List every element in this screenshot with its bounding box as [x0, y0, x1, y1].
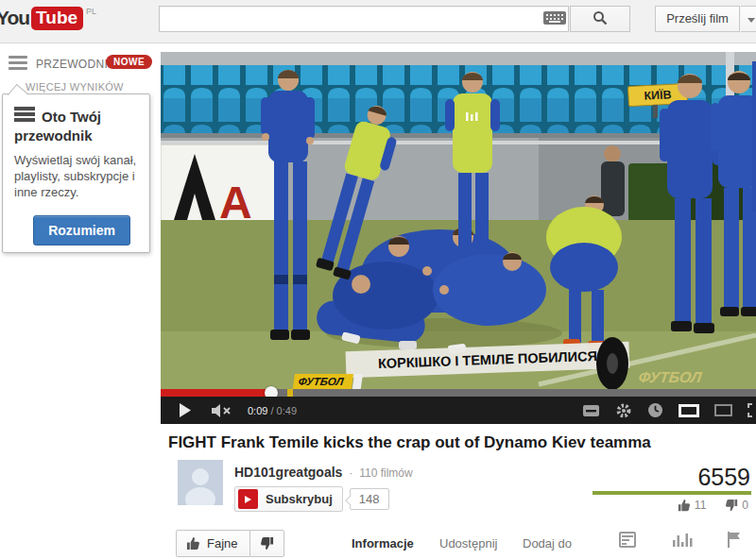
logo-region-label: PL	[86, 7, 96, 16]
watch-later-clock-icon[interactable]	[647, 402, 663, 418]
svg-text:ФУТБОЛ: ФУТБОЛ	[638, 368, 704, 385]
progress-played	[161, 389, 271, 397]
controls-right-group	[582, 402, 756, 419]
upload-dropdown-button[interactable]	[741, 6, 756, 32]
search-input[interactable]	[159, 6, 569, 32]
tab-dodaj-do[interactable]: Dodaj do	[523, 536, 572, 551]
video-title: FIGHT Frank Temile kicks the crap out of…	[168, 433, 749, 452]
tab-udostepnij[interactable]: Udostępnij	[439, 536, 497, 551]
sentiment-counts: 11 0	[664, 499, 748, 512]
logo-tube-text: Tube	[31, 7, 83, 30]
channel-line: HD101greatgoals · 110 filmów	[234, 465, 413, 480]
tab-informacje[interactable]: Informacje	[352, 536, 414, 551]
svg-text:ФУТБОЛ: ФУТБОЛ	[298, 377, 345, 388]
theater-mode-icon[interactable]	[679, 404, 699, 417]
chevron-down-icon	[747, 18, 755, 23]
search-button[interactable]	[570, 6, 630, 32]
video-scene-illustration: А ТРАХОВА КИЇВ	[161, 52, 756, 389]
progress-bar[interactable]	[161, 389, 756, 397]
settings-gear-icon[interactable]	[615, 402, 632, 419]
promo-dismiss-button[interactable]: Rozumiem	[33, 215, 130, 246]
thumb-up-icon	[678, 499, 691, 512]
fullscreen-icon[interactable]	[747, 403, 756, 417]
upload-button[interactable]: Prześlij film	[655, 6, 740, 32]
report-flag-icon[interactable]	[726, 531, 743, 551]
transcript-icon[interactable]	[618, 531, 637, 551]
channel-name-link[interactable]: HD101greatgoals	[234, 465, 342, 480]
svg-text:КИЇВ: КИЇВ	[644, 87, 672, 103]
top-header: You Tube PL Prześlij film	[0, 0, 756, 43]
like-count-group: 11	[678, 499, 706, 512]
sidebar-item-more-results[interactable]: WIĘCEJ WYNIKÓW	[26, 81, 124, 93]
statistics-icon[interactable]	[672, 531, 693, 551]
video-player: А ТРАХОВА КИЇВ	[161, 52, 756, 424]
guide-label: PRZEWODNIK	[36, 58, 115, 71]
ad-marker	[287, 389, 293, 397]
captions-icon[interactable]	[582, 404, 600, 417]
popup-arrow	[8, 84, 27, 104]
play-button[interactable]	[174, 403, 195, 417]
subscribe-row: Subskrybuj 148	[234, 486, 389, 512]
keyboard-icon[interactable]	[542, 9, 567, 28]
dislike-button[interactable]	[249, 530, 284, 557]
channel-avatar[interactable]	[178, 460, 223, 505]
video-frame[interactable]: А ТРАХОВА КИЇВ	[161, 52, 756, 389]
sentiment-bar	[593, 491, 751, 495]
thumb-down-icon	[260, 536, 274, 551]
subscribe-button[interactable]: Subskrybuj	[234, 486, 343, 512]
futbol-watermark: ФУТБОЛ	[638, 368, 704, 385]
youtube-play-badge-icon	[238, 489, 258, 509]
logo-you-text: You	[0, 7, 29, 29]
youtube-logo[interactable]: You Tube PL	[0, 7, 96, 30]
promo-body-text: Wyświetlaj swój kanał, playlisty, subskr…	[14, 153, 138, 201]
youtube-watch-page: You Tube PL Prześlij film PRZEWODNIK NOW…	[0, 0, 756, 559]
new-badge: NOWE	[106, 55, 152, 69]
dislike-count: 0	[742, 499, 748, 512]
volume-muted-button[interactable]	[208, 404, 236, 417]
channel-video-count: 110 filmów	[359, 466, 412, 480]
sidebar-guide-row[interactable]: PRZEWODNIK NOWE	[0, 53, 161, 76]
time-display: 0:09 / 0:49	[248, 405, 297, 416]
dislike-count-group: 0	[725, 499, 748, 512]
small-player-icon[interactable]	[714, 404, 732, 416]
subscriber-count: 148	[350, 488, 389, 510]
like-count: 11	[695, 499, 706, 512]
meta-separator: ·	[349, 466, 352, 480]
thumb-up-icon	[186, 536, 200, 551]
player-controls: 0:09 / 0:49	[161, 397, 756, 424]
view-count: 6559	[697, 464, 750, 491]
like-button[interactable]: Fajne	[176, 530, 251, 557]
guide-icon	[14, 107, 35, 124]
tire	[596, 337, 628, 389]
thumb-down-icon	[725, 499, 738, 512]
guide-promo-popup: Oto Twój przewodnik Wyświetlaj swój kana…	[2, 93, 150, 253]
guide-hamburger-icon[interactable]	[9, 56, 27, 73]
